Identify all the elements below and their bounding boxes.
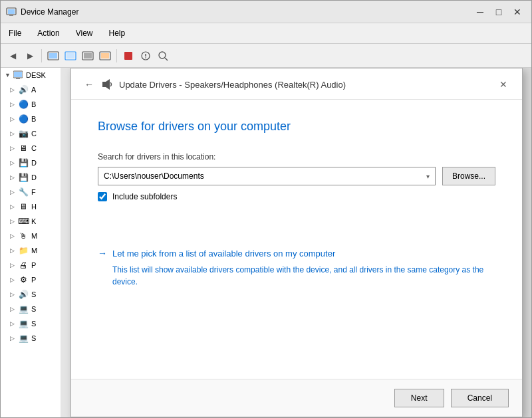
- svg-rect-6: [66, 53, 74, 58]
- toolbar-btn-5[interactable]: [120, 48, 136, 64]
- expand-icon: ▷: [10, 247, 17, 254]
- sidebar-root-label: DESK: [26, 71, 46, 79]
- item-label: K: [31, 217, 36, 225]
- expand-icon: ▷: [10, 101, 17, 108]
- keyboard-icon: ⌨: [18, 216, 29, 227]
- expand-icon: ▷: [10, 306, 17, 312]
- browse-button[interactable]: Browse...: [442, 167, 495, 185]
- cancel-button[interactable]: Cancel: [451, 389, 509, 407]
- toolbar: ◀ ▶: [1, 44, 531, 68]
- toolbar-btn-3[interactable]: [80, 48, 96, 64]
- alternate-options-section: → Let me pick from a list of available d…: [98, 235, 495, 288]
- window-controls: ─ □ ✕: [471, 3, 526, 21]
- item-label: S: [31, 334, 36, 342]
- item-label: C: [31, 144, 37, 152]
- expand-icon: ▷: [10, 276, 17, 283]
- dialog-close-button[interactable]: ✕: [495, 76, 511, 92]
- toolbar-btn-7[interactable]: [155, 48, 171, 64]
- dropdown-arrow-icon: ▾: [426, 173, 430, 180]
- title-bar: Device Manager ─ □ ✕: [1, 1, 531, 23]
- include-subfolders-checkbox[interactable]: [98, 192, 107, 201]
- item-label: F: [31, 188, 36, 196]
- computer-icon: [13, 70, 23, 80]
- item-label: A: [31, 86, 36, 94]
- storage-icon: 💻: [18, 304, 29, 314]
- toolbar-btn-4[interactable]: [97, 48, 113, 64]
- menu-view[interactable]: View: [68, 26, 101, 41]
- item-label: D: [31, 173, 37, 181]
- svg-rect-4: [49, 53, 57, 58]
- svg-rect-20: [102, 82, 106, 87]
- item-label: D: [31, 159, 37, 167]
- dialog-heading: Browse for drivers on your computer: [98, 120, 495, 134]
- monitor-icon: 🖥: [18, 143, 29, 154]
- toolbar-btn-1[interactable]: [45, 48, 61, 64]
- expand-icon: ▷: [10, 233, 17, 239]
- sound-icon: 🔊: [18, 84, 29, 95]
- svg-rect-1: [8, 9, 15, 14]
- expand-icon: ▷: [10, 145, 17, 152]
- disk-icon-2: 💾: [18, 172, 29, 183]
- dialog-title-bar: ← Update Drivers - Speakers/Headphones (…: [71, 68, 522, 100]
- expand-icon: ▷: [10, 291, 17, 298]
- expand-icon: ▷: [10, 130, 17, 137]
- toolbar-btn-6[interactable]: [138, 48, 154, 64]
- svg-rect-11: [124, 52, 132, 60]
- dialog-footer: Next Cancel: [71, 379, 522, 417]
- arrow-icon: →: [98, 248, 107, 259]
- bluetooth-icon-2: 🔵: [18, 114, 29, 124]
- expand-icon: ▷: [10, 203, 17, 210]
- camera-icon: 📷: [18, 128, 29, 139]
- storage-icon-2: 💻: [18, 318, 29, 329]
- menu-file[interactable]: File: [1, 26, 29, 41]
- expand-icon: ▼: [5, 72, 11, 78]
- form-label: Search for drivers in this location:: [98, 152, 495, 161]
- toolbar-sep-2: [116, 49, 117, 62]
- dialog-back-button[interactable]: ←: [82, 77, 96, 92]
- expand-icon: ▷: [10, 174, 17, 181]
- device-manager-window: Device Manager ─ □ ✕ File Action View He…: [0, 0, 532, 418]
- path-input-value: C:\Users\nouser\Documents: [104, 171, 204, 181]
- minimize-button[interactable]: ─: [471, 3, 489, 21]
- include-subfolders-label: Include subfolders: [112, 192, 177, 201]
- dialog-title-text: Update Drivers - Speakers/Headphones (Re…: [119, 80, 346, 90]
- svg-rect-18: [14, 72, 22, 77]
- item-label: C: [31, 130, 37, 138]
- dialog-overlay: ← Update Drivers - Speakers/Headphones (…: [61, 68, 531, 417]
- bluetooth-icon: 🔵: [18, 99, 29, 110]
- maximize-button[interactable]: □: [490, 3, 507, 21]
- expand-icon: ▷: [10, 86, 17, 93]
- toolbar-forward[interactable]: ▶: [22, 48, 38, 64]
- toolbar-btn-2[interactable]: [63, 48, 78, 64]
- path-input-row: C:\Users\nouser\Documents ▾ Browse...: [98, 167, 495, 185]
- item-label: H: [31, 203, 37, 211]
- item-label: B: [31, 100, 36, 108]
- svg-marker-21: [106, 79, 110, 90]
- expand-icon: ▷: [10, 320, 17, 327]
- toolbar-sep-1: [41, 49, 42, 62]
- sound-icon-2: 🔊: [18, 289, 29, 300]
- path-input-container[interactable]: C:\Users\nouser\Documents ▾: [98, 167, 436, 185]
- menu-action[interactable]: Action: [29, 26, 67, 41]
- close-window-button[interactable]: ✕: [509, 3, 526, 21]
- main-area: ▼ DESK ▷ 🔊 A ▷ 🔵 B: [1, 68, 531, 417]
- svg-point-15: [159, 52, 166, 58]
- pick-drivers-link[interactable]: → Let me pick from a list of available d…: [98, 248, 495, 259]
- next-button[interactable]: Next: [394, 389, 444, 407]
- expand-icon: ▷: [10, 218, 17, 225]
- item-label: S: [31, 305, 36, 313]
- window-title: Device Manager: [21, 7, 471, 17]
- svg-rect-2: [9, 15, 13, 16]
- proc-icon: ⚙: [18, 274, 29, 285]
- svg-rect-19: [16, 78, 20, 79]
- item-label: P: [31, 276, 36, 284]
- pick-drivers-description: This list will show available drivers co…: [112, 264, 495, 288]
- expand-icon: ▷: [10, 159, 17, 166]
- speaker-icon: [102, 78, 114, 90]
- svg-rect-10: [101, 53, 109, 58]
- item-label: S: [31, 320, 36, 328]
- item-label: B: [31, 115, 36, 123]
- menu-help[interactable]: Help: [101, 26, 134, 41]
- disk-icon: 💾: [18, 157, 29, 168]
- toolbar-back[interactable]: ◀: [5, 48, 21, 64]
